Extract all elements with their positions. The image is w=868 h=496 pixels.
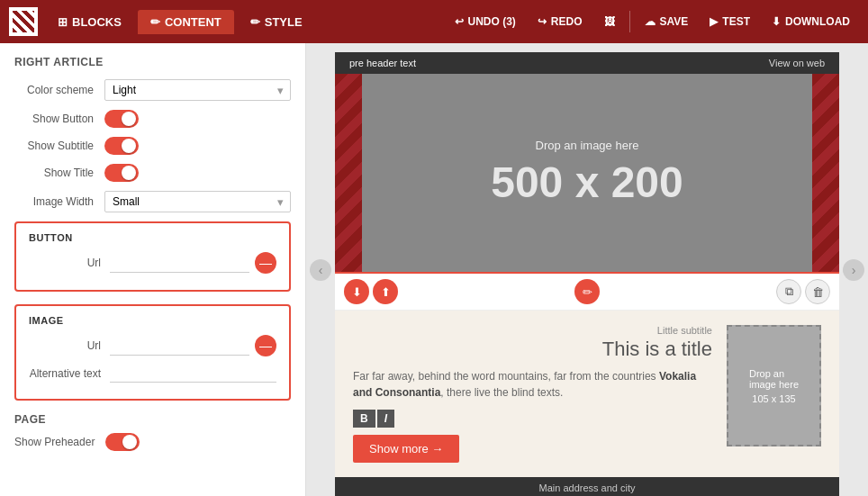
format-toolbar: B I: [353, 410, 712, 428]
small-image-placeholder[interactable]: Drop animage here 105 x 135: [727, 325, 821, 446]
show-button-row: Show Button: [14, 110, 291, 128]
show-title-label: Show Title: [14, 167, 104, 179]
move-down-button[interactable]: ⬇: [344, 279, 369, 304]
test-button[interactable]: ▶ TEST: [701, 11, 759, 32]
show-preheader-toggle[interactable]: [105, 433, 140, 451]
color-scheme-label: Color scheme: [14, 84, 104, 96]
view-on-web-link[interactable]: View on web: [769, 58, 825, 68]
move-up-button[interactable]: ⬆: [373, 279, 398, 304]
content-left: Little subtitle This is a title Far far …: [353, 325, 712, 463]
content-row: Little subtitle This is a title Far far …: [335, 311, 839, 477]
button-url-action[interactable]: —: [255, 252, 276, 274]
test-icon: ▶: [710, 15, 718, 28]
image-url-input[interactable]: [110, 337, 249, 356]
download-icon: ⬇: [772, 15, 781, 28]
show-subtitle-row: Show Subtitle: [14, 137, 291, 155]
body-text-part1: Far far away, behind the word mountains,…: [353, 370, 659, 383]
redo-icon: ↪: [538, 15, 547, 28]
button-section-title: BUTTON: [29, 232, 276, 243]
pre-header-bar: pre header text View on web: [335, 52, 839, 74]
image-alt-label: Alternative text: [29, 367, 110, 380]
redo-button[interactable]: ↪ REDO: [529, 11, 592, 32]
header-section: Drop an image here 500 x 200: [335, 74, 839, 272]
tab-content[interactable]: ✏ CONTENT: [138, 10, 234, 34]
footer-address: Main address and city: [340, 482, 834, 493]
image-url-label: Url: [29, 339, 110, 352]
main-image-placeholder[interactable]: Drop an image here 500 x 200: [362, 74, 812, 272]
style-icon: ✏: [250, 15, 260, 29]
title-text: This is a title: [353, 338, 712, 361]
panel-section-title: RIGHT ARTICLE: [14, 56, 291, 68]
show-subtitle-label: Show Subtitle: [14, 140, 104, 152]
button-url-input[interactable]: [110, 254, 249, 273]
save-button[interactable]: ☁ SAVE: [636, 11, 698, 32]
download-button[interactable]: ⬇ DOWNLOAD: [763, 11, 859, 32]
footer-bar: Main address and city Unsubscribe | View…: [335, 477, 839, 496]
blocks-icon: ⊞: [58, 15, 68, 29]
image-section-title: IMAGE: [29, 315, 276, 326]
image-alt-input[interactable]: [110, 364, 276, 383]
color-scheme-select[interactable]: Light Dark: [104, 79, 291, 101]
image-width-label: Image Width: [14, 195, 104, 208]
edit-button[interactable]: ✏: [574, 279, 600, 304]
show-title-row: Show Title: [14, 164, 291, 182]
italic-button[interactable]: I: [377, 410, 394, 428]
image-url-action[interactable]: —: [255, 335, 276, 356]
undo-button[interactable]: ↩ UNDO (3): [446, 11, 525, 32]
show-preheader-label: Show Preheader: [14, 436, 105, 448]
show-title-toggle[interactable]: [104, 164, 139, 182]
tab-style[interactable]: ✏ STYLE: [238, 10, 315, 34]
duplicate-button[interactable]: ⧉: [776, 279, 801, 304]
scroll-right-arrow[interactable]: ›: [843, 259, 864, 281]
cta-button[interactable]: Show more →: [353, 435, 459, 463]
left-panel: RIGHT ARTICLE Color scheme Light Dark Sh…: [0, 43, 306, 496]
show-button-toggle[interactable]: [104, 110, 139, 128]
pre-header-text: pre header text: [349, 58, 416, 68]
show-subtitle-toggle[interactable]: [104, 137, 139, 155]
header-image-area: Drop an image here 500 x 200: [362, 74, 812, 272]
undo-icon: ↩: [455, 15, 464, 28]
zigzag-right-decoration: [812, 74, 839, 272]
block-toolbar: ⬇ ⬆ ✏ ⧉ 🗑: [335, 272, 839, 311]
image-section: IMAGE Url — Alternative text: [14, 304, 291, 401]
image-width-select[interactable]: Small Medium Large: [104, 191, 291, 212]
button-section: BUTTON Url —: [14, 221, 291, 292]
image-size-text: 500 x 200: [491, 158, 683, 207]
show-button-label: Show Button: [14, 113, 104, 125]
image-button[interactable]: 🖼: [595, 11, 624, 32]
canvas-inner: pre header text View on web Drop an imag…: [335, 52, 839, 496]
app-logo: [9, 7, 38, 36]
button-url-row: Url —: [29, 252, 276, 274]
body-text: Far far away, behind the word mountains,…: [353, 368, 712, 401]
subtitle-text: Little subtitle: [353, 325, 712, 336]
zigzag-left-decoration: [335, 74, 362, 272]
top-navigation: ⊞ BLOCKS ✏ CONTENT ✏ STYLE ↩ UNDO (3) ↪ …: [0, 0, 868, 43]
content-right: Drop animage here 105 x 135: [727, 325, 821, 446]
toolbar-left: ⬇ ⬆: [344, 279, 398, 304]
toolbar-right: ⧉ 🗑: [776, 279, 830, 304]
scroll-left-arrow[interactable]: ‹: [310, 259, 331, 281]
small-image-size-text: 105 x 135: [752, 393, 795, 404]
tab-blocks[interactable]: ⊞ BLOCKS: [45, 10, 134, 34]
bold-button[interactable]: B: [353, 410, 375, 428]
image-width-row: Image Width Small Medium Large: [14, 191, 291, 212]
nav-divider: [629, 11, 630, 32]
body-text-part2: , there live the blind texts.: [440, 386, 563, 399]
button-url-label: Url: [29, 257, 110, 269]
color-scheme-row: Color scheme Light Dark: [14, 79, 291, 101]
show-preheader-row: Show Preheader: [14, 433, 291, 451]
page-section: PAGE Show Preheader: [14, 413, 291, 451]
image-icon: 🖼: [604, 15, 615, 28]
save-icon: ☁: [645, 15, 656, 28]
drop-image-text: Drop an image here: [536, 139, 639, 152]
content-icon: ✏: [150, 15, 160, 29]
image-url-row: Url —: [29, 335, 276, 356]
page-section-title: PAGE: [14, 413, 291, 426]
delete-button[interactable]: 🗑: [805, 279, 830, 304]
image-alt-row: Alternative text: [29, 364, 276, 383]
small-image-drop-text: Drop animage here: [749, 368, 799, 390]
canvas-area: pre header text View on web Drop an imag…: [306, 43, 868, 496]
